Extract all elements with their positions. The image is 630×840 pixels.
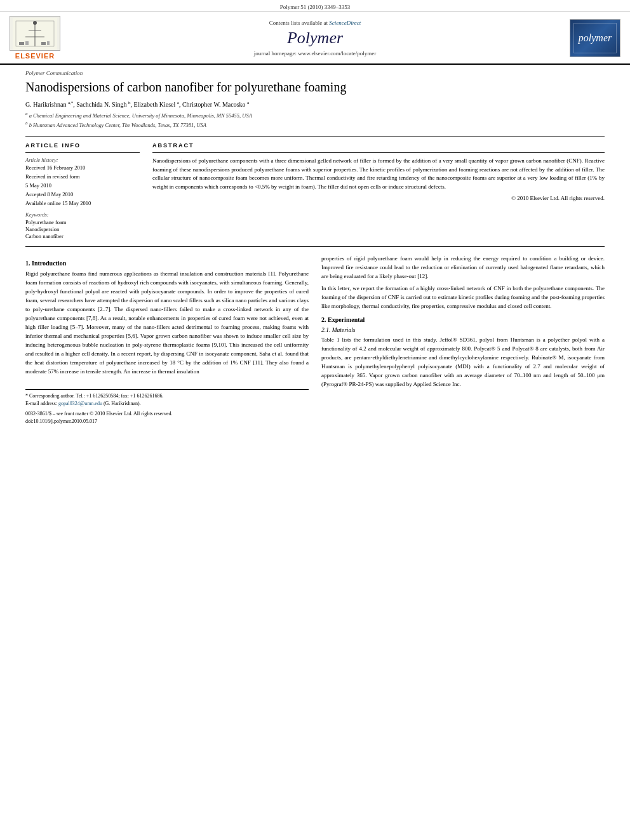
affiliations: a a Chemical Engineering and Material Sc…: [25, 110, 605, 129]
keyword-1: Polyurethane foam: [25, 219, 140, 225]
svg-rect-6: [19, 42, 24, 45]
footnote-corresponding: * Corresponding author. Tel.: +1 6126250…: [25, 392, 309, 400]
abstract-column: ABSTRACT Nanodispersions of polyurethane…: [152, 142, 605, 240]
keyword-3: Carbon nanofiber: [25, 233, 140, 239]
citation-bar: Polymer 51 (2010) 3349–3353: [0, 0, 630, 12]
sciencedirect-line: Contents lists available at ScienceDirec…: [70, 20, 560, 26]
footnote-doi: doi:10.1016/j.polymer.2010.05.017: [25, 418, 309, 425]
elsevier-tree-icon: [13, 18, 57, 50]
history-label: Article history:: [25, 157, 140, 163]
author-list: G. Harikrishnan a,*, Sachchida N. Singh …: [25, 101, 249, 108]
abstract-text: Nanodispersions of polyurethane componen…: [152, 157, 605, 191]
left-column: 1. Introduction Rigid polyurethane foams…: [25, 255, 309, 425]
materials-text: Table 1 lists the formulation used in th…: [321, 336, 605, 389]
svg-point-5: [33, 21, 37, 25]
revised-label: Received in revised form: [25, 173, 140, 180]
intro-para2: In this letter, we report the formation …: [321, 284, 605, 311]
revised-date: 5 May 2010: [25, 182, 140, 189]
section-label: Polymer Communication: [25, 70, 605, 76]
keywords-label: Keywords:: [25, 211, 140, 218]
info-abstract-section: ARTICLE INFO Article history: Received 1…: [25, 142, 605, 240]
affil-b: b b Huntsman Advanced Technology Center,…: [25, 122, 206, 128]
journal-center: Contents lists available at ScienceDirec…: [64, 20, 566, 57]
online-date: Available online 15 May 2010: [25, 200, 140, 206]
article-info-column: ARTICLE INFO Article history: Received 1…: [25, 142, 140, 240]
email-attribution: (G. Harikrishnan).: [104, 401, 141, 406]
copyright-text: © 2010 Elsevier Ltd. All rights reserved…: [152, 195, 605, 201]
citation-text: Polymer 51 (2010) 3349–3353: [280, 4, 351, 10]
footnote-issn: 0032-3861/$ – see front matter © 2010 El…: [25, 410, 309, 418]
svg-rect-7: [25, 41, 29, 45]
affil-a: a a Chemical Engineering and Material Sc…: [25, 112, 252, 119]
intro-continued: properties of rigid polyurethane foam wo…: [321, 255, 605, 281]
polymer-logo-section: polymer: [566, 19, 624, 57]
journal-homepage: journal homepage: www.elsevier.com/locat…: [70, 50, 560, 57]
main-body: 1. Introduction Rigid polyurethane foams…: [25, 255, 605, 425]
accepted-date: Accepted 8 May 2010: [25, 191, 140, 197]
right-column: properties of rigid polyurethane foam wo…: [321, 255, 605, 425]
intro-heading: 1. Introduction: [25, 260, 309, 267]
section-divider: [25, 246, 605, 247]
experimental-heading: 2. Experimental: [321, 316, 605, 323]
polymer-logo-box: polymer: [570, 19, 620, 57]
abstract-divider: [152, 152, 605, 153]
header-divider: [25, 137, 605, 137]
sciencedirect-prefix: Contents lists available at: [269, 20, 329, 26]
keywords-section: Keywords: Polyurethane foam Nanodispersi…: [25, 211, 140, 239]
keyword-2: Nanodispersion: [25, 226, 140, 232]
footnote-section: * Corresponding author. Tel.: +1 6126250…: [25, 389, 309, 425]
authors: G. Harikrishnan a,*, Sachchida N. Singh …: [25, 100, 605, 108]
email-link[interactable]: gopal0324@umn.edu: [58, 401, 102, 406]
journal-header: ELSEVIER Contents lists available at Sci…: [0, 12, 630, 65]
svg-rect-9: [47, 41, 50, 45]
journal-title: Polymer: [70, 29, 560, 48]
svg-rect-8: [41, 42, 46, 45]
info-divider: [25, 152, 140, 153]
main-content: Polymer Communication Nanodispersions of…: [0, 65, 630, 430]
page: Polymer 51 (2010) 3349–3353: [0, 0, 630, 840]
footnote-email: E-mail address: gopal0324@umn.edu (G. Ha…: [25, 400, 309, 408]
received-date: Received 16 February 2010: [25, 164, 140, 171]
materials-heading: 2.1. Materials: [321, 327, 605, 333]
intro-para-1: Rigid polyurethane foams find numerous a…: [25, 270, 309, 376]
polymer-logo-text: polymer: [579, 32, 612, 44]
article-info-heading: ARTICLE INFO: [25, 142, 140, 149]
elsevier-logo-section: ELSEVIER: [6, 16, 64, 60]
abstract-heading: ABSTRACT: [152, 142, 605, 149]
sciencedirect-link[interactable]: ScienceDirect: [329, 20, 361, 26]
paper-title: Nanodispersions of carbon nanofiber for …: [25, 79, 605, 95]
elsevier-label: ELSEVIER: [15, 52, 55, 60]
elsevier-image: [10, 16, 60, 51]
